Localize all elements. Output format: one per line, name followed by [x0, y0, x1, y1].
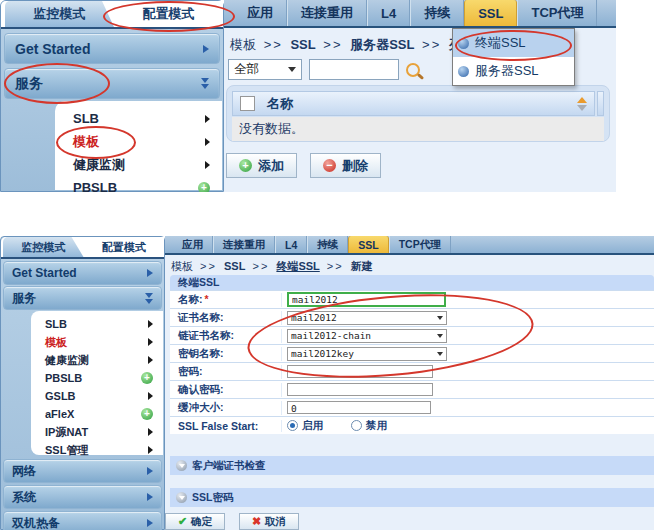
name-input[interactable]: mail2012	[287, 292, 446, 307]
collapse-icon[interactable]	[176, 460, 187, 471]
table-header-row: 名称	[232, 91, 604, 116]
breadcrumb: 模板 >> SSL >> 服务器SSL >> 列	[230, 36, 462, 54]
breadcrumb-ssl: SSL	[224, 260, 245, 272]
sidebar-item-slb[interactable]: SLB	[55, 107, 222, 130]
form-row-chain-cert: 链证书名称: mail2012-chain	[170, 326, 654, 344]
tab-config-mode[interactable]: 配置模式	[84, 237, 165, 257]
tab-persistence[interactable]: 持续	[410, 0, 464, 26]
menu-item-client-ssl[interactable]: 终端SSL	[453, 29, 574, 57]
bullet-icon	[458, 38, 469, 49]
tab-tcp-proxy[interactable]: TCP代理	[517, 0, 597, 26]
content-area: 模板 >> SSL >> 终端SSL >> 新建 终端SSL 名称:* mail…	[165, 255, 654, 530]
form-section-title: 终端SSL	[170, 275, 654, 290]
key-select[interactable]: mail2012key	[287, 347, 447, 361]
add-button[interactable]: + 添加	[226, 153, 297, 178]
chevron-right-icon	[147, 519, 153, 527]
client-ssl-form: 终端SSL 名称:* mail2012 证书名称: mail2012 链证书名称…	[170, 275, 654, 434]
sidebar-item-services[interactable]: 服务	[4, 68, 220, 99]
sidebar-item-ssl-management[interactable]: SSL管理	[31, 441, 163, 459]
sidebar-item-services[interactable]: 服务	[3, 286, 162, 310]
section-client-cert-check[interactable]: 客户端证书检查	[170, 456, 654, 475]
sidebar-item-templates[interactable]: 模板	[31, 333, 163, 351]
tab-application[interactable]: 应用	[173, 236, 213, 253]
sidebar-item-ha[interactable]: 双机热备	[3, 511, 162, 530]
section-ssl-cipher[interactable]: SSL密码	[170, 488, 654, 507]
tab-connection-reuse[interactable]: 连接重用	[287, 0, 367, 26]
sidebar-item-gslb[interactable]: GSLB	[31, 387, 163, 405]
table-empty-row: 没有数据。	[232, 117, 604, 141]
sidebar-item-network[interactable]: 网络	[3, 459, 162, 483]
chevron-down-icon	[201, 78, 209, 89]
add-icon: +	[141, 408, 153, 420]
arrow-right-icon	[148, 428, 153, 436]
tab-application[interactable]: 应用	[234, 0, 287, 26]
buffer-size-input[interactable]: 0	[287, 401, 431, 414]
table-header-sliver	[597, 91, 604, 116]
breadcrumb-client-ssl-link[interactable]: 终端SSL	[276, 260, 319, 272]
certificate-select[interactable]: mail2012	[287, 311, 447, 325]
tab-monitor-mode[interactable]: 监控模式	[5, 1, 114, 27]
column-header-name: 名称	[267, 95, 293, 113]
collapse-icon[interactable]	[176, 492, 187, 503]
sidebar-item-templates[interactable]: 模板	[55, 130, 222, 153]
breadcrumb-ssl: SSL	[290, 37, 315, 52]
search-input[interactable]	[309, 59, 399, 80]
sidebar-item-pbslb[interactable]: PBSLB +	[31, 369, 163, 387]
filter-row: 全部	[228, 59, 420, 80]
sort-asc-icon[interactable]	[577, 97, 587, 103]
sidebar-item-aflex[interactable]: aFleX +	[31, 405, 163, 423]
chevron-right-icon	[147, 269, 153, 277]
add-icon: +	[141, 372, 153, 384]
confirm-password-input[interactable]	[287, 383, 433, 396]
feature-tabbar: 应用 连接重用 L4 持续 SSL TCP代理	[224, 0, 616, 28]
dropdown-arrow-icon	[437, 334, 443, 338]
tab-tcp-proxy[interactable]: TCP代理	[389, 236, 451, 253]
chain-cert-select[interactable]: mail2012-chain	[287, 329, 447, 343]
breadcrumb-server-ssl: 服务器SSL	[350, 37, 414, 52]
delete-button[interactable]: − 删除	[310, 153, 381, 178]
tab-connection-reuse[interactable]: 连接重用	[213, 236, 275, 253]
chevron-right-icon	[147, 467, 153, 475]
sidebar-item-health-monitor[interactable]: 健康监测	[31, 351, 163, 369]
tab-l4[interactable]: L4	[367, 0, 410, 26]
cross-icon: ✖	[252, 515, 261, 528]
password-input[interactable]	[287, 365, 433, 378]
arrow-right-icon	[148, 446, 153, 454]
arrow-right-icon	[205, 115, 210, 123]
sidebar-item-health-monitor[interactable]: 健康监测	[55, 153, 222, 176]
tab-monitor-mode[interactable]: 监控模式	[3, 237, 84, 257]
filter-select[interactable]: 全部	[228, 59, 302, 80]
chevron-right-icon	[147, 493, 153, 501]
arrow-right-icon	[148, 356, 153, 364]
select-all-checkbox[interactable]	[240, 96, 255, 111]
tab-config-mode[interactable]: 配置模式	[114, 1, 223, 27]
tab-ssl[interactable]: SSL	[464, 0, 517, 26]
ssl-dropdown-menu: 终端SSL 服务器SSL	[452, 28, 575, 86]
arrow-right-icon	[205, 161, 210, 169]
sidebar-item-system[interactable]: 系统	[3, 485, 162, 509]
form-row-name: 名称:* mail2012	[170, 290, 654, 308]
sidebar-item-pbslb[interactable]: PBSLB +	[55, 176, 222, 192]
menu-item-server-ssl[interactable]: 服务器SSL	[453, 57, 574, 85]
arrow-right-icon	[148, 338, 153, 346]
form-row-key: 密钥名称: mail2012key	[170, 344, 654, 362]
sidebar-item-get-started[interactable]: Get Started	[3, 261, 162, 285]
dropdown-arrow-icon	[437, 316, 443, 320]
mode-tabs: 监控模式 配置模式	[1, 237, 164, 259]
tab-l4[interactable]: L4	[275, 236, 307, 253]
sort-icons[interactable]	[577, 97, 587, 111]
cancel-button[interactable]: ✖ 取消	[239, 513, 299, 530]
sidebar-item-slb[interactable]: SLB	[31, 315, 163, 333]
dropdown-arrow-icon	[437, 352, 443, 356]
sidebar-item-ip-source-nat[interactable]: IP源NAT	[31, 423, 163, 441]
ok-button[interactable]: ✔ 确定	[165, 513, 225, 530]
sidebar-item-get-started[interactable]: Get Started	[4, 33, 220, 64]
services-submenu: SLB 模板 健康监测 PBSLB +	[55, 101, 222, 190]
tab-ssl[interactable]: SSL	[348, 236, 388, 253]
table-buttons: + 添加 − 删除	[226, 153, 381, 178]
tab-persistence[interactable]: 持续	[307, 236, 348, 253]
sort-desc-icon[interactable]	[577, 105, 587, 111]
radio-enable[interactable]	[287, 420, 298, 431]
search-icon[interactable]	[406, 63, 420, 77]
radio-disable[interactable]	[351, 420, 362, 431]
